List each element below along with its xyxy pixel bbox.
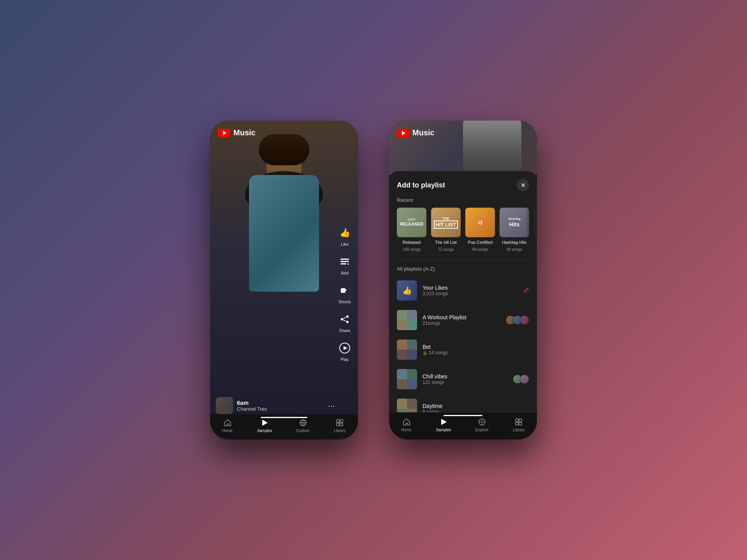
svg-rect-18 — [340, 420, 343, 422]
recent-playlist-pop[interactable]: POP Pop Certified 90 songs — [465, 208, 495, 252]
right-header-bg: Music — [389, 121, 537, 175]
song-name: 6am — [237, 399, 324, 406]
share-label: Share — [339, 328, 350, 333]
ytm-logo-right — [397, 129, 409, 137]
play-icon — [337, 341, 352, 355]
released-label: Released — [403, 240, 421, 245]
chill-vibes-info: Chill vibes 121 songs — [423, 373, 507, 385]
svg-rect-24 — [519, 419, 522, 422]
svg-rect-6 — [341, 288, 345, 293]
svg-line-11 — [343, 320, 346, 322]
recent-playlist-released[interactable]: JUST RELEASED Released 140 songs — [397, 208, 426, 252]
nav-library[interactable]: Library — [334, 418, 346, 433]
modal-sheet: Add to playlist ✕ Recent JUST RELEASED — [389, 171, 537, 439]
recent-playlist-hitlist[interactable]: THE HIT LIST The Hit List 72 songs — [431, 208, 461, 252]
hashtag-thumb-bg: Hashtag Hits — [500, 208, 529, 237]
playlist-your-likes[interactable]: 👍 Your Likes 3,023 songs 📌 — [397, 276, 529, 304]
svg-rect-5 — [348, 263, 349, 265]
playlist-chill-vibes[interactable]: Chill vibes 121 songs — [397, 365, 529, 393]
right-nav-samples[interactable]: Samples — [436, 417, 451, 432]
nav-samples[interactable]: Samples — [257, 418, 272, 433]
add-icon — [337, 254, 352, 269]
pop-thumb: POP — [465, 208, 495, 237]
svg-rect-19 — [337, 423, 339, 426]
right-nav-home[interactable]: Home — [401, 417, 412, 432]
bet-thumb-bg — [397, 340, 417, 360]
header: Music — [218, 128, 256, 137]
your-likes-count: 3,023 songs — [423, 291, 517, 296]
right-library-icon — [514, 417, 523, 427]
recent-playlist-hashtag[interactable]: Hashtag Hits Hashtag Hits 40 songs — [500, 208, 529, 252]
your-likes-name: Your Likes — [423, 285, 517, 291]
shorts-action[interactable]: Shorts — [337, 283, 352, 304]
song-text: 6am Channel Tres — [237, 399, 324, 412]
figure — [230, 132, 338, 358]
pop-thumb-bg: POP — [465, 208, 495, 237]
nav-explore[interactable]: Explore — [296, 418, 310, 433]
section-divider-1 — [397, 259, 529, 260]
library-icon — [335, 418, 344, 427]
add-label: Add — [341, 271, 349, 275]
nav-samples-label: Samples — [257, 429, 272, 433]
recent-row-container: JUST RELEASED Released 140 songs — [389, 208, 537, 259]
svg-rect-0 — [340, 259, 349, 260]
hitlist-count: 72 songs — [438, 247, 454, 252]
nav-indicator — [261, 417, 307, 418]
likes-thumb-bg: 👍 — [397, 280, 417, 301]
play-action[interactable]: Play — [337, 341, 352, 362]
right-nav-home-label: Home — [401, 428, 412, 432]
scroll-hint — [525, 208, 537, 259]
right-bottom-nav: Home Samples Explore — [389, 412, 537, 439]
daytime-name: Daytime — [423, 403, 529, 409]
share-action[interactable]: Share — [337, 312, 352, 333]
bet-thumb — [397, 340, 417, 360]
svg-point-9 — [341, 318, 343, 320]
right-samples-icon — [439, 417, 448, 427]
svg-point-7 — [346, 315, 349, 318]
nav-home[interactable]: Home — [222, 418, 233, 433]
chillvibes-thumb-bg — [397, 369, 417, 389]
workout-count: 21songs — [423, 320, 500, 326]
like-action[interactable]: 👍 Like — [337, 226, 352, 247]
svg-rect-17 — [337, 420, 339, 422]
like-label: Like — [341, 242, 349, 247]
bet-count: 🔒 14 songs — [423, 350, 529, 355]
svg-marker-14 — [262, 420, 268, 426]
svg-marker-13 — [344, 346, 347, 350]
released-thumb: JUST RELEASED — [397, 208, 426, 237]
right-explore-icon — [477, 417, 487, 427]
pin-icon: 📌 — [523, 287, 529, 294]
more-options-button[interactable]: ··· — [328, 401, 335, 410]
hitlist-thumb: THE HIT LIST — [431, 208, 461, 237]
svg-rect-26 — [519, 422, 522, 425]
video-background — [210, 121, 358, 439]
add-action[interactable]: Add — [337, 254, 352, 275]
playlist-list: 👍 Your Likes 3,023 songs 📌 — [389, 276, 537, 423]
lock-icon: 🔒 — [423, 351, 427, 355]
released-thumb-bg: JUST RELEASED — [397, 208, 426, 237]
song-info-bar: 6am Channel Tres ··· — [216, 397, 335, 414]
svg-rect-25 — [516, 422, 518, 425]
song-artist: Channel Tres — [237, 406, 324, 412]
chill-vibes-count: 121 songs — [423, 380, 507, 385]
playlist-bet[interactable]: Bet 🔒 14 songs — [397, 336, 529, 364]
workout-thumb-bg — [397, 310, 417, 330]
song-thumbnail — [216, 397, 233, 414]
share-icon — [337, 312, 352, 327]
sunglasses — [270, 158, 298, 164]
figure-body — [249, 175, 319, 292]
app-title: Music — [233, 128, 256, 137]
close-button[interactable]: ✕ — [517, 179, 529, 191]
chill-vibes-name: Chill vibes — [423, 373, 507, 380]
hitlist-thumb-bg: THE HIT LIST — [431, 208, 461, 237]
right-home-icon — [402, 417, 411, 427]
home-icon — [223, 418, 232, 427]
playlist-workout[interactable]: A Workout Playlist 21songs — [397, 306, 529, 334]
bet-info: Bet 🔒 14 songs — [423, 344, 529, 355]
right-phone: Music Add to playlist ✕ Recent JUS — [389, 121, 537, 439]
svg-rect-2 — [340, 263, 347, 264]
right-nav-explore[interactable]: Explore — [475, 417, 489, 432]
right-nav-library[interactable]: Library — [513, 417, 525, 432]
bet-name: Bet — [423, 344, 529, 350]
workout-thumb — [397, 310, 417, 330]
